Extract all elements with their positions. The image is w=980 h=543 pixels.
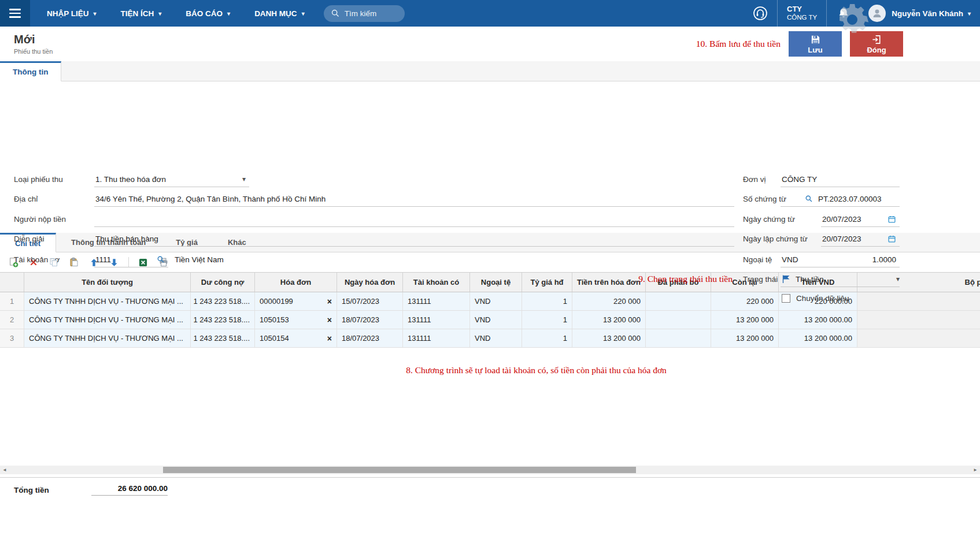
cell-ten-doi-tuong[interactable]: CÔNG TY TNHH DỊCH VỤ - THƯƠNG MẠI ... [24, 311, 191, 329]
lookup-search-icon[interactable] [805, 195, 813, 203]
scroll-right-arrow[interactable]: ► [971, 466, 980, 474]
cell-hoa-don[interactable]: 1050153× [255, 311, 337, 329]
cell-ngoai-te[interactable]: VND [470, 311, 522, 329]
column-header-ten-doi-tuong[interactable]: Tên đối tượng [24, 273, 191, 292]
field-dien-giai[interactable]: Thu tiền bán hàng [94, 231, 734, 247]
cell-ten-doi-tuong[interactable]: CÔNG TY TNHH DỊCH VỤ - THƯƠNG MẠI ... [24, 292, 191, 310]
cell-da-phan-bo[interactable] [646, 329, 711, 347]
cell-tai-khoan-co[interactable]: 131111 [403, 292, 470, 310]
cell-du-cong-no[interactable]: 1 243 223 518.... [191, 311, 255, 329]
table-row[interactable]: 3CÔNG TY TNHH DỊCH VỤ - THƯƠNG MẠI ...1 … [0, 329, 980, 348]
save-button[interactable]: Lưu [789, 31, 842, 57]
chevron-down-icon: ▾ [896, 275, 900, 283]
label-loai-phieu-thu: Loại phiếu thu [14, 175, 63, 184]
field-tai-khoan-no[interactable]: 1111 [94, 252, 168, 267]
cell-du-cong-no[interactable]: 1 243 223 518.... [191, 329, 255, 347]
column-header-tien-tren-hoa-don[interactable]: Tiền trên hóa đơn [572, 273, 646, 292]
cell-bo-phan[interactable] [857, 329, 980, 347]
cell-ty-gia-hd[interactable]: 1 [522, 311, 572, 329]
cell-bo-phan[interactable] [857, 311, 980, 329]
menu-bao-cao[interactable]: BÁO CÁO▾ [173, 0, 242, 27]
search-box[interactable] [324, 5, 405, 22]
avatar[interactable] [868, 5, 886, 22]
cell-da-phan-bo[interactable] [646, 311, 711, 329]
cell-bo-phan[interactable] [857, 292, 980, 310]
checkbox-chuyen-du-lieu[interactable] [782, 294, 790, 303]
column-header-ty-gia-hd[interactable]: Tỷ giá hđ [522, 273, 572, 292]
column-header-hoa-don[interactable]: Hóa đơn [255, 273, 337, 292]
company-selector[interactable]: CTY CÔNG TY [778, 5, 826, 21]
cell-con-lai[interactable]: 13 200 000 [711, 311, 779, 329]
cell-hoa-don[interactable]: 1050154× [255, 329, 337, 347]
cell-tien-tren-hoa-don[interactable]: 13 200 000 [572, 311, 646, 329]
clear-invoice-icon[interactable]: × [324, 297, 332, 306]
calendar-icon[interactable] [887, 235, 896, 243]
cell-da-phan-bo[interactable] [646, 292, 711, 310]
invoice-number: 00000199 [260, 297, 293, 306]
table-row[interactable]: 2CÔNG TY TNHH DỊCH VỤ - THƯƠNG MẠI ...1 … [0, 311, 980, 329]
cell-hoa-don[interactable]: 00000199× [255, 292, 337, 310]
notifications-button[interactable] [827, 0, 860, 27]
cell-con-lai[interactable]: 13 200 000 [711, 329, 779, 347]
copy-button[interactable] [47, 256, 60, 269]
clear-invoice-icon[interactable]: × [324, 334, 332, 343]
support-button[interactable] [744, 0, 777, 27]
cell-tai-khoan-co[interactable]: 131111 [403, 329, 470, 347]
calendar-icon[interactable] [887, 215, 896, 224]
user-menu[interactable]: Nguyễn Văn Khánh ▾ [892, 9, 980, 18]
clear-invoice-icon[interactable]: × [324, 315, 332, 325]
hamburger-menu-button[interactable] [0, 0, 30, 27]
label-don-vi: Đơn vị [743, 175, 766, 184]
cell-du-cong-no[interactable]: 1 243 223 518.... [191, 292, 255, 310]
select-loai-phieu-thu[interactable]: 1. Thu theo hóa đơn ▾ [94, 172, 249, 187]
cell-tien-vnd[interactable]: 13 200 000.00 [779, 311, 857, 329]
column-header-ngay-hoa-don[interactable]: Ngày hóa đơn [337, 273, 403, 292]
company-abbr: CTY [787, 5, 817, 14]
horizontal-scrollbar[interactable]: ◄ ► [0, 466, 980, 474]
paste-icon [69, 257, 79, 267]
cell-ten-doi-tuong[interactable]: CÔNG TY TNHH DỊCH VỤ - THƯƠNG MẠI ... [24, 329, 191, 347]
label-trang-thai: Trạng thái [743, 275, 778, 284]
cell-ty-gia-hd[interactable]: 1 [522, 292, 572, 310]
invoice-number: 1050153 [260, 315, 289, 324]
lookup-search-icon[interactable] [157, 255, 165, 263]
cell-ngay-hoa-don[interactable]: 18/07/2023 [337, 311, 403, 329]
paste-button[interactable] [68, 256, 80, 269]
menu-tien-ich[interactable]: TIỆN ÍCH▾ [109, 0, 174, 27]
column-header-row-no[interactable] [0, 273, 24, 292]
user-name: Nguyễn Văn Khánh [892, 9, 963, 18]
cell-ngoai-te[interactable]: VND [470, 329, 522, 347]
field-nguoi-nop-tien[interactable] [94, 211, 734, 227]
cell-row-no: 2 [0, 311, 24, 329]
cell-tien-tren-hoa-don[interactable]: 220 000 [572, 292, 646, 310]
field-so-chung-tu[interactable]: PT.2023.07.00003 [781, 191, 900, 207]
field-dien-giai-value: Thu tiền bán hàng [95, 235, 158, 243]
field-ngay-lap-chung-tu[interactable]: 20/07/2023 [821, 231, 900, 247]
cell-ngay-hoa-don[interactable]: 18/07/2023 [337, 329, 403, 347]
field-ngoai-te[interactable]: VND 1.0000 [781, 252, 900, 267]
field-ngay-chung-tu[interactable]: 20/07/2023 [821, 211, 900, 227]
select-trang-thai[interactable]: Thu tiền ▾ [781, 272, 900, 287]
tab-thong-tin[interactable]: Thông tin [0, 61, 61, 81]
field-don-vi[interactable]: CÔNG TY [781, 172, 900, 187]
close-button[interactable]: Đóng [850, 31, 903, 57]
scrollbar-thumb[interactable] [163, 467, 636, 473]
cell-con-lai[interactable]: 220 000 [711, 292, 779, 310]
menu-nhap-lieu[interactable]: NHẬP LIỆU▾ [35, 0, 109, 27]
cell-tien-tren-hoa-don[interactable]: 13 200 000 [572, 329, 646, 347]
menu-danh-muc[interactable]: DANH MỤC▾ [242, 0, 317, 27]
chevron-down-icon: ▾ [94, 10, 97, 17]
column-header-tai-khoan-co[interactable]: Tài khoản có [403, 273, 470, 292]
field-dia-chi[interactable]: 34/6 Yên Thế, Phường 2, Quận Tân Bình, T… [94, 191, 734, 207]
cell-ngoai-te[interactable]: VND [470, 292, 522, 310]
scroll-left-arrow[interactable]: ◄ [0, 466, 9, 474]
column-header-du-cong-no[interactable]: Dư công nợ [191, 273, 255, 292]
column-header-ngoai-te[interactable]: Ngoại tệ [470, 273, 522, 292]
cell-ty-gia-hd[interactable]: 1 [522, 329, 572, 347]
nav-right-group: CTY CÔNG TY Nguyễn Văn Khánh ▾ [744, 0, 980, 27]
cell-ngay-hoa-don[interactable]: 15/07/2023 [337, 292, 403, 310]
cell-tien-vnd[interactable]: 13 200 000.00 [779, 329, 857, 347]
field-dia-chi-value: 34/6 Yên Thế, Phường 2, Quận Tân Bình, T… [95, 195, 326, 203]
cell-tai-khoan-co[interactable]: 131111 [403, 311, 470, 329]
search-input[interactable] [345, 9, 398, 18]
